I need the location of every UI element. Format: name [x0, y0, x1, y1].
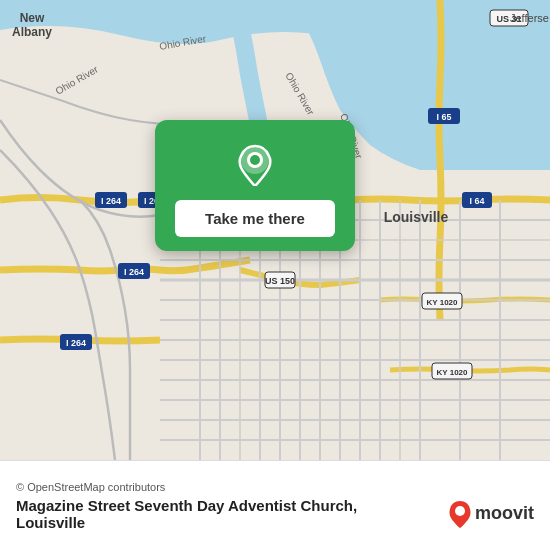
svg-text:KY 1020: KY 1020: [427, 298, 459, 307]
moovit-pin-icon: [449, 500, 471, 528]
svg-text:US 150: US 150: [265, 276, 295, 286]
svg-text:I 64: I 64: [469, 196, 484, 206]
moovit-text: moovit: [475, 503, 534, 524]
location-pin-icon: [233, 142, 277, 186]
card-overlay: Take me there: [155, 120, 355, 251]
svg-point-58: [455, 506, 465, 516]
svg-text:I 264: I 264: [66, 338, 86, 348]
svg-text:I 65: I 65: [436, 112, 451, 122]
location-icon-wrap: [229, 138, 281, 190]
svg-text:I 264: I 264: [124, 267, 144, 277]
svg-text:KY 1020: KY 1020: [437, 368, 469, 377]
svg-text:Albany: Albany: [12, 25, 52, 39]
bottom-content: Magazine Street Seventh Day Adventist Ch…: [16, 497, 534, 531]
bottom-bar: © OpenStreetMap contributors Magazine St…: [0, 460, 550, 550]
svg-text:Louisville: Louisville: [384, 209, 449, 225]
svg-text:I 264: I 264: [101, 196, 121, 206]
svg-point-57: [250, 155, 260, 165]
attribution-text: © OpenStreetMap contributors: [16, 481, 534, 493]
svg-text:Jefferse: Jefferse: [510, 12, 549, 24]
svg-text:New: New: [20, 11, 45, 25]
map-container: I 264 I 264 I 264 I 264 US 150 I 65 I 64…: [0, 0, 550, 460]
place-name: Magazine Street Seventh Day Adventist Ch…: [16, 497, 449, 531]
moovit-logo: moovit: [449, 500, 534, 528]
take-me-there-button[interactable]: Take me there: [175, 200, 335, 237]
